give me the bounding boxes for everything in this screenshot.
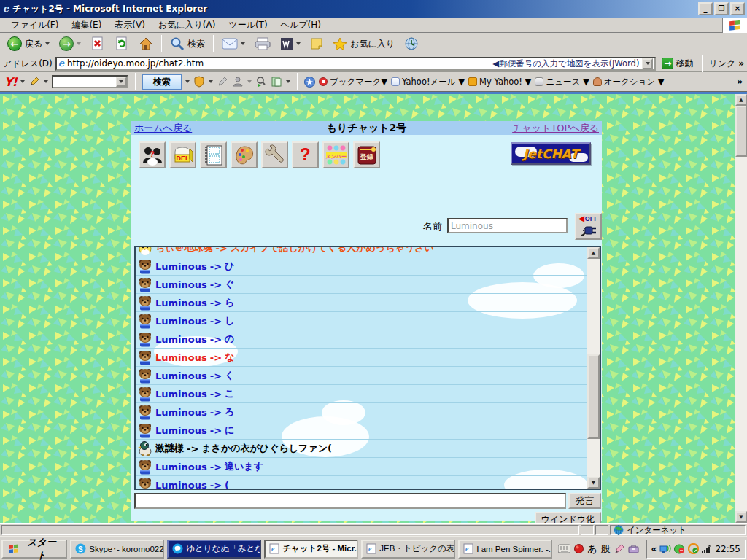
note-button[interactable]: [306, 34, 328, 54]
favorites-button[interactable]: お気に入り: [328, 34, 399, 54]
register-button[interactable]: 登録: [353, 141, 380, 168]
person-icon[interactable]: [232, 76, 244, 88]
zoom-arrow-icon[interactable]: [255, 76, 267, 88]
language-bar[interactable]: あ 般: [555, 540, 641, 559]
taskbar-task-button[interactable]: S e チャット2号 - Micr...: [264, 540, 358, 559]
windowize-button[interactable]: ウインドウ化: [535, 512, 601, 523]
yahoo-search-options-icon[interactable]: [185, 80, 190, 83]
shield-dropdown-icon[interactable]: [209, 80, 213, 83]
restore-button[interactable]: ❐: [714, 2, 729, 15]
name-input[interactable]: [447, 218, 568, 233]
chat-scroll-up-button[interactable]: ▲: [587, 247, 600, 259]
mail-dropdown-icon[interactable]: [241, 42, 245, 45]
menu-item[interactable]: 表示(V): [108, 18, 152, 33]
yahoo-logo-dropdown-icon[interactable]: [20, 80, 25, 83]
yahoo-search-field[interactable]: [53, 77, 116, 87]
ime-pad-icon[interactable]: [614, 544, 624, 554]
stop-button[interactable]: [86, 34, 109, 54]
print-button[interactable]: [250, 34, 275, 54]
chat-scroll-down-button[interactable]: ▼: [587, 477, 600, 489]
say-button[interactable]: 発言: [568, 493, 601, 509]
yahoo-toolbar-item[interactable]: ブックマーク▼: [319, 77, 387, 88]
chat-scrollbar[interactable]: ▲ ▼: [587, 247, 600, 489]
menu-item[interactable]: お気に入り(A): [152, 18, 222, 33]
back-button[interactable]: ← 戻る: [3, 34, 54, 54]
yahoo-toolbar-item[interactable]: ニュース ▼: [535, 77, 589, 88]
page-scroll-up-button[interactable]: ▲: [735, 94, 747, 106]
refresh-icon: [115, 36, 129, 51]
ime-conversion-mode[interactable]: 般: [601, 542, 611, 556]
bear-avatar-icon: [138, 477, 152, 489]
back-dropdown-icon[interactable]: [45, 42, 50, 45]
edit-word-button[interactable]: [276, 34, 305, 54]
links-label[interactable]: リンク: [708, 58, 735, 70]
taskbar-task-button[interactable]: S e I am Pen Spinner. -...: [458, 540, 552, 559]
member-button[interactable]: メンバー: [322, 141, 349, 168]
search-button[interactable]: 検索: [166, 34, 209, 54]
translate-icon[interactable]: [271, 76, 282, 88]
pencil-dropdown-icon[interactable]: [44, 80, 48, 83]
links-overflow-chevron[interactable]: »: [738, 58, 744, 69]
edit-dropdown-icon[interactable]: [296, 42, 301, 45]
chat-top-link[interactable]: チャットTOPへ戻る: [512, 122, 599, 135]
page-scroll-thumb[interactable]: [735, 106, 747, 157]
start-button[interactable]: スタート: [1, 540, 67, 559]
help-button[interactable]: ?: [292, 141, 319, 168]
message-input[interactable]: [134, 493, 566, 509]
refresh-button[interactable]: [110, 34, 133, 54]
forward-button[interactable]: →: [55, 34, 85, 54]
page-scrollbar[interactable]: ▲ ▼: [735, 94, 747, 523]
yahoo-toolbar-item[interactable]: My Yahoo! ▼: [468, 77, 531, 87]
yahoo-toolbar-star-icon[interactable]: [304, 77, 315, 88]
menu-item[interactable]: ファイル(F): [4, 18, 65, 33]
shield-icon[interactable]: [193, 76, 205, 88]
home-button[interactable]: [134, 34, 158, 54]
color-button[interactable]: [231, 141, 258, 168]
yahoo-toolbar-item[interactable]: Yahoo!メール ▼: [391, 77, 465, 88]
update-check-icon[interactable]: [688, 543, 699, 554]
address-dropdown-button[interactable]: [642, 58, 653, 69]
clock[interactable]: 22:55: [715, 544, 740, 554]
yahoo-search-button[interactable]: 検索: [142, 74, 182, 90]
delete-button[interactable]: DEL: [169, 141, 196, 168]
close-button[interactable]: ×: [730, 2, 745, 15]
ime-toolbox-icon[interactable]: [628, 544, 639, 553]
tray-chevron[interactable]: «: [651, 544, 657, 554]
taskbar-task-button[interactable]: S e JEB・トピックの表...: [361, 540, 455, 559]
chat-arrow-separator: ->: [210, 462, 222, 472]
signal-strength-icon[interactable]: [702, 544, 712, 554]
keyboard-icon[interactable]: [558, 544, 570, 553]
network-activity-icon[interactable]: [659, 544, 671, 554]
go-button[interactable]: → 移動: [659, 57, 696, 71]
yahoo-toolbar-item[interactable]: オークション ▼: [593, 77, 665, 88]
taskbar-task-button[interactable]: S e Skype･- koromo0221: [70, 540, 164, 559]
minimize-button[interactable]: _: [698, 2, 713, 15]
taskbar-task-button[interactable]: S e ゆとりなぬ「みとなの...: [167, 540, 261, 559]
yahoo-search-dropdown[interactable]: [116, 77, 127, 87]
menu-item[interactable]: ヘルプ(H): [274, 18, 328, 33]
menu-item[interactable]: ツール(T): [222, 18, 274, 33]
history-button[interactable]: [400, 34, 423, 54]
yahoo-overflow-chevron[interactable]: »: [737, 77, 743, 87]
page-scroll-down-button[interactable]: ▼: [735, 511, 747, 523]
home-link[interactable]: ホームへ戻る: [134, 122, 192, 135]
yahoo-logo[interactable]: Y!: [4, 75, 17, 89]
translate-dropdown-icon[interactable]: [286, 80, 290, 83]
yahoo-search-input[interactable]: [52, 75, 128, 88]
menu-item[interactable]: 編集(E): [65, 18, 108, 33]
user-list-button[interactable]: ?: [139, 141, 166, 168]
log-button[interactable]: [200, 141, 227, 168]
settings-button[interactable]: [261, 141, 288, 168]
mouse-ball-icon[interactable]: [574, 544, 584, 553]
sound-off-button[interactable]: ◀ OFF: [575, 213, 602, 240]
window-titlebar[interactable]: e チャット2号 - Microsoft Internet Explorer _…: [0, 0, 747, 18]
pencil-icon[interactable]: [28, 76, 40, 88]
mail-button[interactable]: [217, 34, 249, 54]
chat-scroll-thumb[interactable]: [587, 354, 600, 439]
highlighter-icon[interactable]: [217, 76, 228, 88]
antivirus-icon[interactable]: [674, 544, 685, 554]
ime-input-mode[interactable]: あ: [587, 542, 597, 556]
register-book-icon: [356, 144, 378, 166]
jword-plugin-label[interactable]: ◀郵便番号の入力で地図を表示(JWord): [492, 58, 639, 69]
address-input[interactable]: e http://oideyo.moo.jp/chat2.htm ◀郵便番号の入…: [55, 57, 657, 71]
